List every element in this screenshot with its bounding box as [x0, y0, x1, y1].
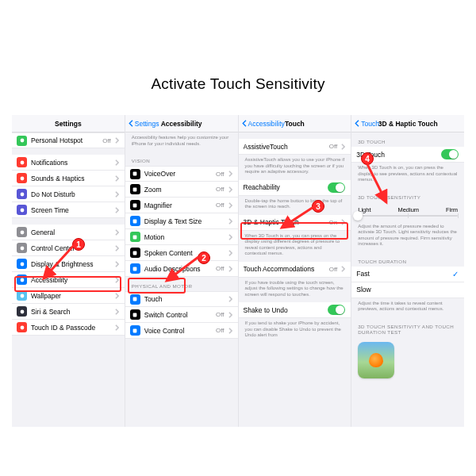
- chevron-right-icon: [341, 219, 345, 225]
- row-label: Wallpaper: [31, 292, 111, 300]
- row-label: VoiceOver: [144, 170, 212, 178]
- row-label: Spoken Content: [144, 249, 225, 257]
- svg-rect-18: [133, 267, 137, 271]
- settings-row[interactable]: Personal Hotspot Off: [12, 132, 125, 148]
- desc: When 3D Touch is on, you can press the d…: [351, 163, 464, 188]
- svg-point-10: [20, 309, 24, 313]
- svg-point-6: [20, 246, 24, 250]
- row-label: Magnifier: [144, 202, 212, 209]
- list-row[interactable]: Display & Text Size: [125, 213, 238, 229]
- toggle-switch[interactable]: [328, 305, 345, 315]
- settings-row[interactable]: Wallpaper: [12, 288, 125, 304]
- row-fast[interactable]: Fast ✓: [351, 267, 464, 282]
- header-title: Settings: [55, 120, 82, 128]
- app-icon: [17, 243, 27, 253]
- svg-rect-19: [133, 298, 137, 301]
- desc: Adjust the amount of pressure needed to …: [351, 221, 464, 252]
- row-label: Touch Accommodations: [244, 265, 325, 273]
- svg-rect-13: [133, 187, 137, 191]
- seg-medium: Medium: [397, 206, 419, 213]
- back-button[interactable]: Touch: [355, 120, 379, 128]
- chevron-right-icon: [228, 218, 232, 225]
- settings-row[interactable]: Accessibility: [12, 272, 125, 288]
- row-label: Screen Time: [31, 206, 111, 214]
- row-label: Personal Hotspot: [31, 136, 98, 144]
- list-row[interactable]: Motion: [125, 229, 238, 245]
- svg-point-3: [20, 192, 24, 196]
- app-icon: [130, 325, 140, 336]
- settings-row[interactable]: Sounds & Haptics: [12, 171, 125, 186]
- svg-point-2: [20, 176, 24, 180]
- sensitivity-slider[interactable]: [351, 215, 464, 221]
- section-duration: TOUCH DURATION: [351, 252, 464, 267]
- settings-row[interactable]: Control Center: [12, 240, 125, 256]
- row-label: Touch: [144, 295, 225, 303]
- header-3d-haptic: Touch 3D & Haptic Touch: [351, 115, 464, 132]
- settings-row[interactable]: Do Not Disturb: [12, 186, 125, 202]
- row-value: Off: [216, 265, 225, 272]
- row-reachability[interactable]: Reachability: [239, 180, 351, 196]
- row-shake-to-undo[interactable]: Shake to Undo: [239, 302, 351, 318]
- row-label: 3D & Haptic Touch: [244, 218, 325, 226]
- svg-rect-17: [133, 251, 137, 255]
- touch-test-preview[interactable]: [358, 342, 394, 378]
- row-label: Touch ID & Passcode: [31, 324, 111, 332]
- settings-row[interactable]: General: [12, 225, 125, 240]
- row-3dtouch[interactable]: 3D Touch: [351, 147, 464, 163]
- row-3d-haptic-touch[interactable]: 3D & Haptic Touch On: [239, 215, 351, 231]
- svg-point-8: [20, 278, 24, 282]
- section-motor: PHYSICAL AND MOTOR: [125, 277, 238, 291]
- app-icon: [130, 263, 140, 274]
- app-icon: [130, 216, 140, 226]
- settings-row[interactable]: Siri & Search: [12, 304, 125, 320]
- list-row[interactable]: Touch: [125, 291, 238, 307]
- settings-row[interactable]: Touch ID & Passcode: [12, 320, 125, 336]
- app-icon: [130, 184, 140, 194]
- app-icon: [130, 169, 140, 179]
- desc: Adjust the time it takes to reveal conte…: [351, 298, 464, 317]
- chevron-right-icon: [228, 266, 232, 272]
- svg-rect-15: [133, 219, 137, 223]
- desc: Double-tap the home button to bring the …: [239, 196, 351, 215]
- row-label: 3D Touch: [356, 151, 437, 159]
- chevron-right-icon: [115, 324, 119, 331]
- list-row[interactable]: Zoom Off: [125, 182, 238, 198]
- section-vision: VISION: [125, 152, 238, 166]
- chevron-right-icon: [115, 175, 119, 182]
- chevron-right-icon: [115, 277, 119, 283]
- toggle-switch[interactable]: [328, 182, 345, 193]
- settings-row[interactable]: Screen Time: [12, 202, 125, 218]
- row-label: Zoom: [144, 186, 212, 194]
- back-button[interactable]: Settings: [129, 120, 159, 128]
- toggle-switch[interactable]: [441, 149, 459, 159]
- chevron-right-icon: [115, 229, 119, 236]
- svg-rect-21: [133, 328, 137, 332]
- row-value: Off: [216, 202, 225, 209]
- row-label: Display & Brightness: [31, 260, 111, 268]
- row-slow[interactable]: Slow: [351, 282, 464, 298]
- app-icon: [17, 274, 27, 285]
- list-row[interactable]: Spoken Content: [125, 245, 238, 261]
- settings-row[interactable]: Display & Brightness: [12, 256, 125, 272]
- header-title: Accessibility: [161, 120, 202, 128]
- seg-firm: Firm: [446, 206, 458, 213]
- accessibility-desc: Accessibility features help you customiz…: [125, 132, 238, 152]
- list-row[interactable]: Audio Descriptions Off: [125, 261, 238, 277]
- row-assistivetouch[interactable]: AssistiveTouch Off: [239, 139, 351, 155]
- chevron-right-icon: [228, 250, 232, 256]
- row-value: Off: [329, 266, 338, 273]
- settings-row[interactable]: Notifications: [12, 155, 125, 171]
- list-row[interactable]: VoiceOver Off: [125, 166, 238, 182]
- row-label: Slow: [356, 286, 459, 294]
- list-row[interactable]: Magnifier Off: [125, 198, 238, 213]
- row-touch-accommodations[interactable]: Touch Accommodations Off: [239, 262, 351, 278]
- app-icon: [17, 290, 27, 301]
- desc: If you have trouble using the touch scre…: [239, 278, 351, 303]
- list-row[interactable]: Switch Control Off: [125, 307, 238, 323]
- app-icon: [130, 294, 140, 305]
- back-button[interactable]: Accessibility: [242, 120, 285, 128]
- header-accessibility: Settings Accessibility: [125, 115, 238, 132]
- panel-accessibility: Settings Accessibility Accessibility fea…: [125, 115, 239, 427]
- list-row[interactable]: Voice Control Off: [125, 323, 238, 339]
- chevron-right-icon: [228, 234, 232, 240]
